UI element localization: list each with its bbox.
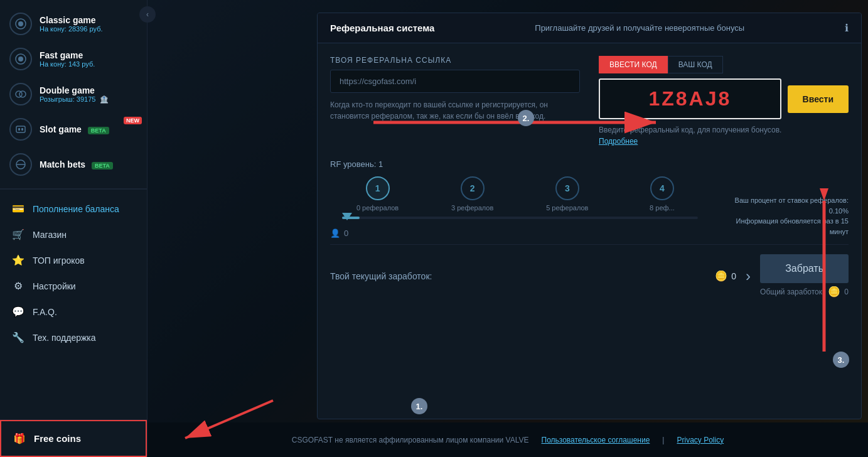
sidebar-item-classic-game[interactable]: Classic game На кону: 28396 руб. (0, 6, 147, 41)
code-submit-button[interactable]: Ввести (788, 85, 849, 113)
classic-game-icon (9, 13, 32, 35)
match-bets-name: Match bets BETA (40, 159, 137, 169)
sidebar-games: Classic game На кону: 28396 руб. Fast ga… (0, 0, 147, 189)
classic-game-name: Classic game (40, 15, 137, 25)
ref-link-value: https://csgofast.com/i (330, 70, 580, 93)
rf-level-label: RF уровень: 1 (330, 159, 849, 169)
match-bets-icon (9, 153, 32, 176)
svg-rect-7 (18, 128, 20, 131)
badge-2-label: 2. (518, 110, 534, 126)
rf-step-4-label: 8 реф... (650, 204, 675, 212)
rf-circle-2: 2 (461, 176, 485, 200)
number-badge-3: 3. (833, 352, 849, 368)
progress-track (342, 217, 698, 219)
bottom-bar-separator: | (662, 436, 664, 444)
total-row: Общий заработок: 🪙 0 (760, 286, 849, 298)
ref-code-section: ВВЕСТИ КОД ВАШ КОД 1Z8AJ8 Ввести Введите… (599, 56, 849, 147)
code-tabs: ВВЕСТИ КОД ВАШ КОД (599, 56, 849, 73)
top-players-label: ТОП игроков (33, 255, 85, 266)
modal-title: Реферальная система (330, 23, 434, 33)
number-badge-2: 2. (518, 110, 534, 126)
settings-icon: ⚙ (11, 280, 25, 292)
fast-game-sub: На кону: 143 руб. (40, 60, 137, 68)
sidebar-item-support[interactable]: 🔧 Тех. поддержка (0, 325, 147, 350)
free-coins-button[interactable]: 🎁 Free coins (0, 420, 147, 457)
coin-icon: 🪙 (715, 270, 727, 282)
collapse-button[interactable]: ‹ (139, 6, 156, 23)
rf-step-1-label: 0 рефералов (356, 204, 399, 212)
svg-rect-6 (16, 126, 25, 132)
slot-game-name: Slot game BETA (40, 124, 137, 134)
support-label: Тех. поддержка (33, 333, 96, 343)
fast-game-name: Fast game (40, 50, 137, 60)
referral-modal: Реферальная система Приглашайте друзей и… (317, 13, 862, 419)
fast-game-icon (9, 48, 32, 70)
sidebar-item-settings[interactable]: ⚙ Настройки (0, 273, 147, 299)
sidebar-item-double-game[interactable]: Double game Розыгрыш: 39175 🏦 (0, 77, 147, 112)
balance-icon: 💳 (11, 203, 25, 215)
support-icon: 🔧 (11, 331, 25, 343)
referral-two-columns: ТВОЯ РЕФЕРАЛЬНА ССЫЛКА https://csgofast.… (330, 56, 849, 147)
sidebar-item-faq[interactable]: 💬 F.A.Q. (0, 299, 147, 325)
ref-count-value: 0 (344, 228, 348, 238)
bottom-bar-text: CSGOFAST не является аффилированным лицо… (292, 436, 529, 444)
code-input-row: 1Z8AJ8 Ввести (599, 78, 849, 119)
earnings-value: 0 (731, 271, 736, 281)
privacy-policy-link[interactable]: Privacy Policy (677, 436, 724, 444)
classic-game-sub: На кону: 28396 руб. (40, 25, 137, 33)
svg-point-3 (18, 56, 23, 62)
earnings-amount: 🪙 0 (715, 270, 736, 282)
percent-info-line2: Информация обновляется раз в 15 минут (722, 216, 849, 237)
tab-your-code[interactable]: ВАШ КОД (668, 56, 723, 73)
top-players-icon: ⭐ (11, 254, 25, 266)
faq-label: F.A.Q. (33, 307, 57, 317)
earnings-label: Твой текущий заработок: (330, 271, 715, 281)
slot-game-info: Slot game BETA (40, 124, 137, 134)
ref-link-description: Когда кто-то переходит по вашей ссылке и… (330, 99, 580, 122)
match-bets-beta-badge: BETA (92, 162, 113, 169)
svg-rect-8 (21, 128, 23, 131)
sidebar-item-top-players[interactable]: ⭐ ТОП игроков (0, 247, 147, 273)
rf-step-2-label: 3 рефералов (451, 204, 493, 212)
svg-point-1 (18, 21, 23, 26)
percent-info: Ваш процент от ставок рефералов: 0.10% И… (722, 195, 849, 237)
sidebar-nav: 💳 Пополнение баланса 🛒 Магазин ⭐ ТОП игр… (0, 189, 147, 419)
total-label: Общий заработок: (760, 288, 824, 296)
collect-button[interactable]: Забрать (760, 254, 849, 283)
badge-1-label: 1. (411, 398, 427, 414)
sidebar-item-fast-game[interactable]: Fast game На кону: 143 руб. (0, 41, 147, 77)
balance-label: Пополнение баланса (33, 204, 119, 214)
code-details-link[interactable]: Подробнее (599, 137, 638, 146)
slot-beta-badge: BETA (88, 127, 109, 134)
slot-new-badge: NEW (124, 117, 142, 124)
modal-subtitle: Приглашайте друзей и получайте невероятн… (535, 23, 744, 33)
shop-icon: 🛒 (11, 228, 25, 240)
person-icon: 👤 (330, 228, 340, 238)
double-game-sub: Розыгрыш: 39175 🏦 (40, 95, 137, 104)
total-coin-icon: 🪙 (828, 286, 840, 298)
rf-step-3-label: 5 рефералов (546, 204, 588, 212)
info-icon[interactable]: ℹ (845, 22, 849, 34)
arrow-forward-button[interactable]: › (746, 267, 751, 285)
rf-step-3: 3 5 рефералов (520, 176, 614, 212)
sidebar-item-match-bets[interactable]: Match bets BETA (0, 147, 147, 182)
percent-info-line1: Ваш процент от ставок рефералов: 0.10% (722, 195, 849, 216)
user-agreement-link[interactable]: Пользовательское соглашение (542, 436, 650, 444)
number-badge-1: 1. (411, 398, 427, 414)
sidebar: ‹ Classic game На кону: 28396 руб. (0, 0, 147, 457)
rf-circle-1: 1 (366, 176, 390, 200)
ref-link-label: ТВОЯ РЕФЕРАЛЬНА ССЫЛКА (330, 56, 580, 65)
rf-steps: 1 0 рефералов 2 3 рефералов 3 5 реферало… (330, 176, 710, 212)
pointer-triangle (342, 213, 352, 220)
code-display[interactable]: 1Z8AJ8 (599, 78, 781, 119)
double-game-icon (9, 83, 32, 105)
free-coins-label: Free coins (34, 433, 81, 444)
sidebar-item-balance[interactable]: 💳 Пополнение баланса (0, 196, 147, 222)
code-help-text: Введите реферальный код, для получения б… (599, 124, 849, 147)
faq-icon: 💬 (11, 306, 25, 318)
sidebar-item-shop[interactable]: 🛒 Магазин (0, 222, 147, 247)
rf-circle-4: 4 (650, 176, 674, 200)
settings-label: Настройки (33, 281, 76, 291)
tab-enter-code[interactable]: ВВЕСТИ КОД (599, 56, 668, 73)
sidebar-item-slot-game[interactable]: Slot game BETA NEW (0, 112, 147, 147)
